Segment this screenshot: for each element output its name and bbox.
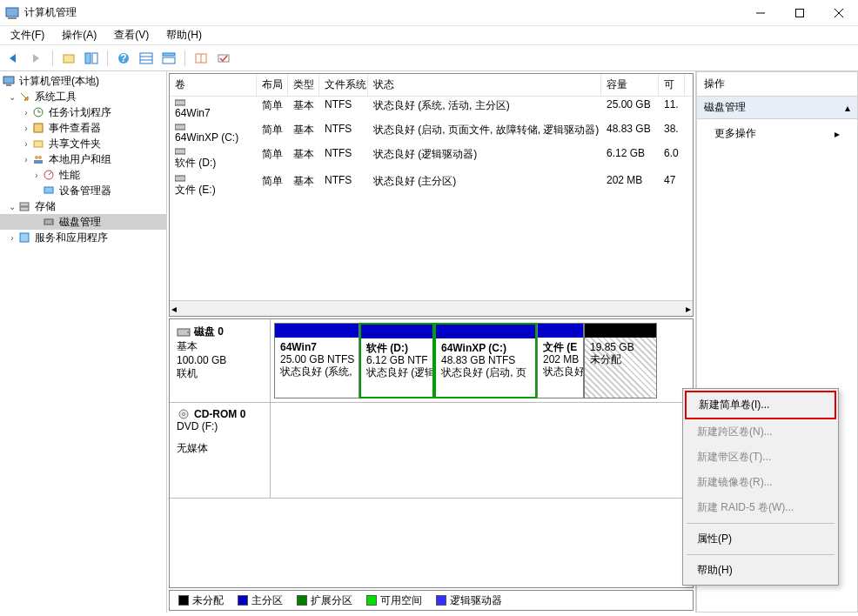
storage-icon <box>17 199 31 213</box>
up-button[interactable] <box>60 50 77 67</box>
maximize-button[interactable] <box>780 0 819 26</box>
svg-text:?: ? <box>120 52 126 64</box>
toolbar-sep <box>52 50 53 66</box>
expand-icon[interactable]: › <box>21 124 31 133</box>
expand-icon[interactable]: › <box>7 233 17 243</box>
svg-rect-31 <box>44 187 53 193</box>
clock-icon <box>31 105 45 119</box>
list-view-button[interactable] <box>137 50 155 67</box>
action-more[interactable]: 更多操作 ▸ <box>697 123 857 144</box>
volume-row[interactable]: 64Win7简单基本NTFS状态良好 (系统, 活动, 主分区)25.00 GB… <box>170 97 693 121</box>
svg-point-44 <box>183 413 185 416</box>
svg-rect-37 <box>175 100 185 105</box>
col-capacity[interactable]: 容量 <box>601 74 659 96</box>
forward-button[interactable] <box>28 50 45 67</box>
expand-icon[interactable]: › <box>31 171 42 180</box>
tree-device-manager[interactable]: 设备管理器 <box>0 183 166 198</box>
cm-new-raid5-volume: 新建 RAID-5 卷(W)... <box>685 495 836 520</box>
collapse-icon[interactable]: ⌄ <box>7 202 17 211</box>
svg-rect-32 <box>20 203 29 206</box>
expand-icon[interactable]: › <box>21 108 31 117</box>
volume-list-header: 卷 布局 类型 文件系统 状态 容量 可 <box>170 74 693 97</box>
menu-file[interactable]: 文件(F) <box>3 26 51 44</box>
col-status[interactable]: 状态 <box>368 74 601 96</box>
disk-label[interactable]: 磁盘 0 基本 100.00 GB 联机 <box>170 319 271 402</box>
computer-icon <box>2 74 16 88</box>
menu-help[interactable]: 帮助(H) <box>159 26 209 44</box>
volume-row[interactable]: 文件 (E:)简单基本NTFS状态良好 (主分区)202 MB47 <box>170 172 693 199</box>
svg-rect-33 <box>20 207 29 211</box>
scroll-left-icon[interactable]: ◂ <box>171 303 177 315</box>
show-hide-button[interactable] <box>83 50 100 67</box>
svg-rect-38 <box>175 124 185 130</box>
col-fs[interactable]: 文件系统 <box>319 74 368 96</box>
svg-rect-19 <box>3 77 14 84</box>
tree-shared-folders[interactable]: › 共享文件夹 <box>0 136 166 151</box>
svg-rect-36 <box>20 233 29 242</box>
col-volume[interactable]: 卷 <box>170 74 257 96</box>
detail-view-button[interactable] <box>160 50 178 67</box>
tree-task-scheduler[interactable]: › 任务计划程序 <box>0 104 166 120</box>
app-icon <box>5 6 19 20</box>
context-menu: 新建简单卷(I)... 新建跨区卷(N)... 新建带区卷(T)... 新建镜像… <box>682 388 839 586</box>
tree-event-viewer[interactable]: › 事件查看器 <box>0 120 166 136</box>
menu-view[interactable]: 查看(V) <box>107 26 156 44</box>
partition[interactable]: 文件 (E202 MB状态良好 <box>537 323 584 398</box>
col-type[interactable]: 类型 <box>288 74 319 96</box>
svg-rect-39 <box>175 149 185 154</box>
menu-action[interactable]: 操作(A) <box>55 26 104 44</box>
svg-rect-8 <box>92 53 97 64</box>
folder-shared-icon <box>31 137 45 151</box>
minimize-button[interactable] <box>741 0 780 26</box>
collapse-icon[interactable]: ⌄ <box>7 92 17 102</box>
volume-row[interactable]: 64WinXP (C:)简单基本NTFS状态良好 (启动, 页面文件, 故障转储… <box>170 121 693 145</box>
tree-root[interactable]: 计算机管理(本地) <box>0 73 166 89</box>
svg-rect-24 <box>34 124 43 132</box>
expand-icon[interactable]: › <box>21 155 31 164</box>
volume-row[interactable]: 软件 (D:)简单基本NTFS状态良好 (逻辑驱动器)6.12 GB6.0 <box>170 145 693 172</box>
help-button[interactable]: ? <box>115 50 132 67</box>
close-button[interactable] <box>819 0 858 26</box>
scroll-right-icon[interactable]: ▸ <box>686 303 691 315</box>
svg-point-35 <box>51 221 53 223</box>
settings-button[interactable] <box>215 50 232 67</box>
tree-disk-management[interactable]: 磁盘管理 <box>0 214 166 230</box>
tree-performance[interactable]: › 性能 <box>0 167 166 183</box>
svg-point-42 <box>187 331 189 333</box>
svg-point-27 <box>38 156 42 159</box>
cdrom-label[interactable]: CD-ROM 0 DVD (F:) 无媒体 <box>170 403 271 498</box>
back-button[interactable] <box>5 50 23 67</box>
legend-logical: 逻辑驱动器 <box>436 593 502 608</box>
partition[interactable]: 19.85 GB未分配 <box>584 323 657 398</box>
col-free[interactable]: 可 <box>659 74 685 96</box>
svg-rect-15 <box>163 57 175 64</box>
collapse-up-icon[interactable]: ▴ <box>845 102 850 114</box>
horizontal-scrollbar[interactable]: ◂ ▸ <box>170 300 693 316</box>
expand-icon[interactable]: › <box>21 139 31 149</box>
tree-local-users[interactable]: › 本地用户和组 <box>0 151 166 167</box>
partition[interactable]: 64WinXP (C:)48.83 GB NTFS状态良好 (启动, 页 <box>434 323 537 398</box>
navigation-tree: 计算机管理(本地) ⌄ 系统工具 › 任务计划程序 › 事件查看器 › 共享文件… <box>0 71 167 613</box>
actions-header: 操作 <box>696 71 858 96</box>
svg-point-26 <box>35 156 38 159</box>
col-layout[interactable]: 布局 <box>257 74 288 96</box>
tree-services-apps[interactable]: › 服务和应用程序 <box>0 230 166 245</box>
cm-help[interactable]: 帮助(H) <box>685 558 836 583</box>
partition[interactable]: 软件 (D:)6.12 GB NTF状态良好 (逻辑 <box>359 323 434 398</box>
cm-new-mirror-volume: 新建镜像卷(R)... <box>685 470 836 495</box>
svg-rect-40 <box>175 176 185 181</box>
titlebar: 计算机管理 <box>0 0 858 26</box>
tree-system-tools[interactable]: ⌄ 系统工具 <box>0 89 166 104</box>
legend-primary: 主分区 <box>238 593 283 608</box>
actions-section[interactable]: 磁盘管理 ▴ <box>696 96 858 119</box>
performance-icon <box>42 168 56 182</box>
refresh-button[interactable] <box>192 50 210 67</box>
cm-properties[interactable]: 属性(P) <box>685 526 836 552</box>
svg-rect-0 <box>6 8 18 17</box>
tree-storage[interactable]: ⌄ 存储 <box>0 198 166 214</box>
users-icon <box>31 152 45 166</box>
partition[interactable]: 64Win725.00 GB NTFS状态良好 (系统, <box>274 323 359 398</box>
toolbar-sep <box>107 50 108 66</box>
cm-new-simple-volume[interactable]: 新建简单卷(I)... <box>685 391 836 419</box>
main-content: 卷 布局 类型 文件系统 状态 容量 可 64Win7简单基本NTFS状态良好 … <box>167 71 696 613</box>
